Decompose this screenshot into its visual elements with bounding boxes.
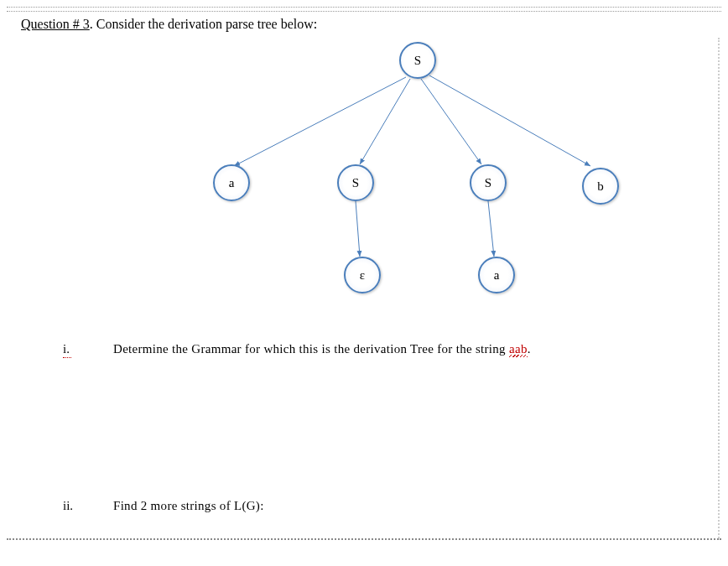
parse-tree-diagram: S a S S b ε a <box>70 40 658 309</box>
page-right-border <box>718 38 720 538</box>
question-prompt: . Consider the derivation parse tree bel… <box>90 17 317 31</box>
tree-node-b: b <box>582 168 619 205</box>
svg-line-2 <box>421 79 481 164</box>
question-parts-list: i. Determine the Grammar for which this … <box>21 342 707 513</box>
part-text: Find 2 more strings of L(G): <box>113 499 707 513</box>
node-label: a <box>229 176 235 190</box>
tree-node-root-S: S <box>399 42 436 79</box>
question-part-i: i. Determine the Grammar for which this … <box>63 342 707 356</box>
svg-line-1 <box>360 79 410 164</box>
svg-line-0 <box>234 77 406 166</box>
part-marker: i. <box>63 342 113 356</box>
node-label: S <box>352 176 359 190</box>
part-i-text-c: . <box>528 342 531 356</box>
part-i-text-a: Determine the Grammar for which this is … <box>113 342 509 356</box>
node-label: ε <box>360 268 365 283</box>
question-part-ii: ii. Find 2 more strings of L(G): <box>63 499 707 513</box>
question-number: Question # 3 <box>21 17 90 31</box>
part-marker: ii. <box>63 499 113 513</box>
page-top-border <box>7 7 721 12</box>
tree-node-a: a <box>213 164 250 201</box>
part-i-string-aab: aab <box>509 342 528 356</box>
node-label: a <box>494 268 500 283</box>
tree-node-a-lower: a <box>478 257 515 293</box>
tree-node-S-left: S <box>337 164 374 201</box>
node-label: b <box>597 179 604 194</box>
question-header: Question # 3. Consider the derivation pa… <box>21 17 707 32</box>
svg-line-5 <box>488 201 494 257</box>
part-text: Determine the Grammar for which this is … <box>113 342 707 356</box>
tree-node-epsilon: ε <box>344 257 381 293</box>
svg-line-3 <box>429 75 590 166</box>
page-bottom-border <box>7 538 721 540</box>
svg-line-4 <box>356 201 360 257</box>
node-label: S <box>414 54 421 68</box>
tree-node-S-right: S <box>470 164 507 201</box>
node-label: S <box>485 176 491 190</box>
